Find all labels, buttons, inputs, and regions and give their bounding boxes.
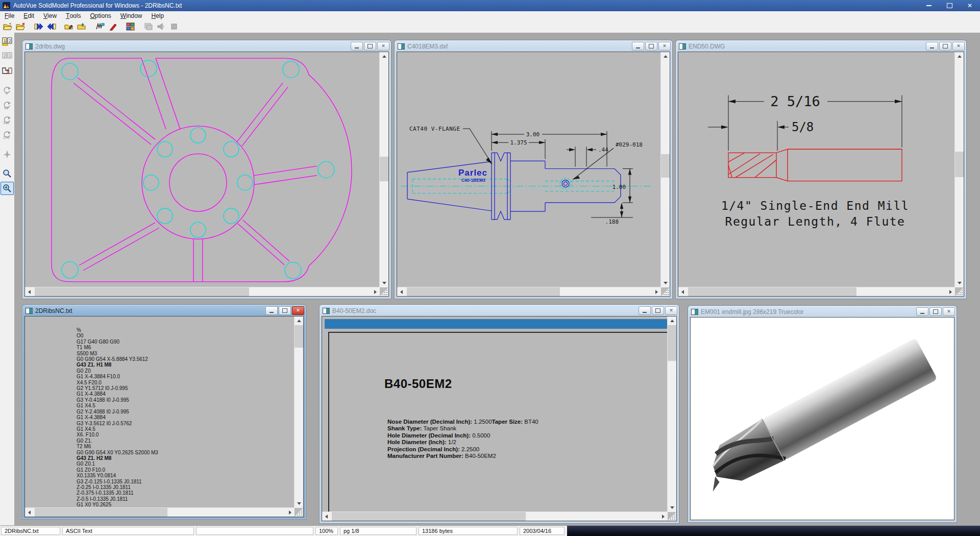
app-close-button[interactable]: ✕ [960,0,980,11]
resize-grip[interactable] [661,287,670,296]
scroll-right-arrow[interactable] [652,287,661,296]
markup-pen-icon[interactable] [106,21,119,33]
menu-file[interactable]: File [0,11,19,20]
tile-windows-icon[interactable] [124,21,137,33]
horizontal-scrollbar[interactable] [25,507,295,517]
scroll-right-arrow[interactable] [659,512,668,521]
menu-options[interactable]: Options [85,11,115,20]
app-maximize-button[interactable] [939,0,960,11]
maximize-button[interactable] [645,42,657,51]
menu-view[interactable]: View [39,11,61,20]
minimize-button[interactable] [351,42,363,51]
close-button[interactable]: ✕ [658,42,671,51]
minimize-button[interactable] [926,42,938,51]
scroll-up-arrow[interactable] [668,316,676,325]
scroll-down-arrow[interactable] [661,279,670,287]
close-button[interactable]: ✕ [943,307,955,316]
open-url-icon[interactable] [14,21,27,33]
vertical-scroll-thumb[interactable] [380,157,388,181]
endmill-photo[interactable] [691,318,954,520]
window-title-bar[interactable]: 2dribs.dwg ✕ [22,40,391,52]
maximize-button[interactable] [939,42,951,51]
maximize-button[interactable] [652,306,664,315]
menu-tools[interactable]: Tools [61,11,85,20]
scroll-down-arrow[interactable] [380,279,388,287]
vertical-scroll-thumb[interactable] [661,154,670,178]
scroll-left-arrow[interactable] [397,287,406,296]
compare-1-2-icon[interactable]: 12 [1,35,14,48]
menu-help[interactable]: Help [147,11,169,20]
close-button[interactable]: ✕ [665,306,677,315]
vertical-scrollbar[interactable] [954,52,964,287]
resize-grip[interactable] [295,508,303,517]
scroll-up-arrow[interactable] [955,52,964,61]
scroll-down-arrow[interactable] [668,503,676,512]
scroll-down-arrow[interactable] [955,279,964,287]
sound-icon[interactable] [155,21,167,33]
maximize-button[interactable] [929,307,942,316]
rotate-0-icon[interactable]: 0 [1,84,14,97]
maximize-button[interactable] [364,42,376,51]
menu-edit[interactable]: Edit [19,11,39,20]
scroll-left-arrow[interactable] [322,512,331,521]
menu-window[interactable]: Window [116,11,147,20]
app-title-bar[interactable]: AutoVue SolidModel Professional for Wind… [0,0,980,11]
scroll-right-arrow[interactable] [371,287,380,296]
drawing-canvas-end50[interactable]: 2 5/16 5/8 1/4" Single-End End Mill Regu… [678,52,955,287]
open-markup-icon[interactable] [63,21,76,33]
window-title-bar[interactable]: 2DRibsNC.txt ✕ [22,305,306,316]
magnify-icon[interactable] [1,167,14,180]
scroll-right-arrow[interactable] [286,508,295,517]
fly-through-icon[interactable] [1,148,14,161]
drawing-canvas-2dribs[interactable] [25,52,380,287]
window-title-bar[interactable]: END50.DWG ✕ [676,40,966,52]
vertical-scrollbar[interactable] [667,316,676,512]
vertical-scrollbar[interactable] [294,316,303,508]
zoom-in-icon[interactable] [1,182,14,195]
resize-grip[interactable] [380,287,388,296]
scroll-up-arrow[interactable] [380,52,388,61]
horizontal-scroll-thumb[interactable] [688,287,856,296]
horizontal-scroll-thumb[interactable] [407,287,560,296]
resize-grip[interactable] [955,287,964,296]
minimize-button[interactable] [265,306,278,315]
scroll-right-arrow[interactable] [946,287,955,296]
scroll-left-arrow[interactable] [25,508,34,517]
horizontal-scrollbar[interactable] [397,287,661,296]
rotate-180-icon[interactable]: 180 [1,113,14,127]
close-button[interactable]: ✕ [292,306,304,315]
previous-file-icon[interactable] [45,21,58,33]
scroll-up-arrow[interactable] [295,316,303,325]
horizontal-scrollbar[interactable] [678,287,955,296]
gcode-text[interactable]: %O0G17 G40 G80 G90T1 M6S500 M3G0 G90 G54… [25,316,295,508]
horizontal-scrollbar[interactable] [25,287,380,296]
horizontal-scroll-thumb[interactable] [35,287,249,296]
scroll-left-arrow[interactable] [25,287,34,296]
vertical-scrollbar[interactable] [660,52,670,287]
minimize-button[interactable] [916,307,928,316]
scroll-left-arrow[interactable] [678,287,687,296]
rotate-270-icon[interactable]: 270 [1,128,14,141]
close-button[interactable]: ✕ [952,42,965,51]
compare-2-1-icon[interactable]: 21 [1,50,14,63]
window-title-bar[interactable]: B40-50EM2.doc ✕ [320,305,679,316]
horizontal-scroll-thumb[interactable] [35,508,167,517]
window-title-bar[interactable]: C4018EM3.dxf ✕ [395,40,672,52]
vertical-scroll-thumb[interactable] [295,325,303,348]
next-file-icon[interactable] [32,21,45,33]
vertical-scrollbar[interactable] [379,52,388,287]
vertical-scroll-thumb[interactable] [668,325,676,361]
app-minimize-button[interactable] [919,0,939,11]
save-markup-icon[interactable] [76,21,88,33]
scroll-up-arrow[interactable] [661,52,670,61]
minimize-button[interactable] [632,42,644,51]
drawing-canvas-c4018em3[interactable]: Parlec C40-1BEM3 CAT40 V-FLANGE 1.375 [397,52,661,287]
vertical-scroll-thumb[interactable] [955,152,964,177]
maximize-button[interactable] [279,306,291,315]
open-file-icon[interactable] [2,21,14,33]
rotate-90-icon[interactable]: 90 [1,99,14,112]
cascade-windows-icon[interactable] [142,21,155,33]
compare-icon[interactable] [93,21,106,33]
horizontal-scrollbar[interactable] [322,511,668,521]
horizontal-scroll-thumb[interactable] [332,512,526,521]
